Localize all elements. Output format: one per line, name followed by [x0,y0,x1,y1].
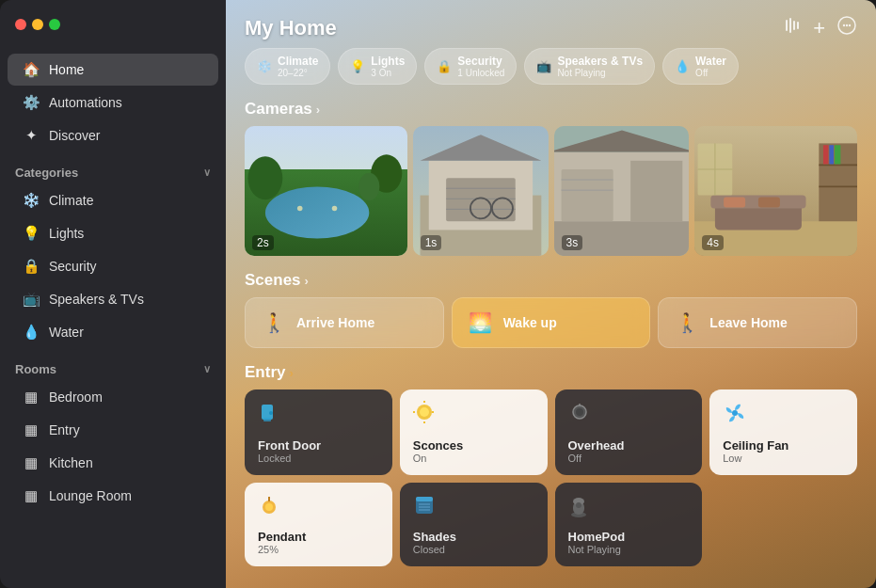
sconces-label: Sconces [413,438,534,453]
lights-pill-value: 3 On [371,68,405,78]
shades-label: Shades [413,530,534,544]
titlebar [0,0,226,49]
sidebar-item-water[interactable]: 💧 Water [8,316,218,348]
svg-point-7 [849,24,851,26]
svg-rect-40 [830,145,835,164]
status-pill-security[interactable]: 🔒 Security 1 Unlocked [424,48,517,85]
entry-card-front-door[interactable]: Front Door Locked [245,389,392,475]
sidebar-item-automations[interactable]: ⚙️ Automations [8,87,218,119]
close-button[interactable] [15,19,26,30]
scene-leave-home[interactable]: 🚶 Leave Home [658,297,857,348]
sidebar-item-water-label: Water [49,325,84,340]
scene-arrive-home[interactable]: 🚶 Arrive Home [245,297,444,348]
status-pill-water[interactable]: 💧 Water Off [662,48,739,85]
camera-feed-indoor[interactable]: 4s [694,126,857,256]
cameras-section-header[interactable]: Cameras › [226,96,876,126]
sidebar-item-kitchen[interactable]: ▦ Kitchen [8,447,218,479]
cameras-label: Cameras [245,100,312,119]
ceiling-fan-icon [723,401,844,431]
svg-point-63 [265,503,273,511]
svg-rect-0 [786,20,788,31]
svg-point-14 [297,206,303,212]
sidebar-item-lounge-room[interactable]: ▦ Lounge Room [8,480,218,512]
sidebar-item-automations-label: Automations [49,95,122,110]
svg-rect-39 [823,145,829,164]
speakers-status-icon: 📺 [536,59,551,73]
sidebar-item-discover[interactable]: ✦ Discover [8,119,218,151]
pendant-label: Pendant [258,530,379,544]
entry-card-pendant[interactable]: Pendant 25% [245,483,392,566]
status-pill-speakers[interactable]: 📺 Speakers & TVs Not Playing [524,48,655,85]
svg-rect-3 [797,22,799,29]
camera-feed-exterior2[interactable]: 3s [554,126,690,256]
main-content: My Home + [226,0,876,588]
siri-button[interactable] [783,16,802,40]
main-content-area: My Home + [226,0,876,588]
sconces-value: On [413,453,534,464]
camera-garage-label: 1s [421,235,442,250]
sidebar-item-security[interactable]: 🔒 Security [8,250,218,282]
entry-card-ceiling-fan[interactable]: Ceiling Fan Low [709,389,857,475]
leave-home-icon: 🚶 [674,311,700,334]
cameras-grid: 2s [226,126,876,267]
sidebar-item-entry-label: Entry [49,422,80,437]
speakers-pill-value: Not Playing [557,68,643,78]
page-title: My Home [245,16,337,40]
sidebar-item-bedroom-label: Bedroom [49,389,103,405]
climate-status-icon: ❄️ [257,59,272,73]
sidebar-item-home[interactable]: 🏠 Home [8,54,218,86]
entry-card-shades[interactable]: Shades Closed [400,483,548,566]
entry-section-header[interactable]: Entry › [226,359,876,389]
sidebar-item-lounge-room-label: Lounge Room [49,488,132,503]
rooms-label: Rooms [15,362,56,376]
arrive-home-label: Arrive Home [296,315,374,330]
sidebar-item-lights[interactable]: 💡 Lights [8,217,218,249]
sidebar-item-climate[interactable]: ❄️ Climate [8,184,218,216]
minimize-button[interactable] [32,19,43,30]
more-button[interactable] [836,15,857,40]
categories-chevron-icon: ∨ [203,167,211,179]
sconces-icon [413,401,534,429]
svg-point-59 [576,408,583,416]
add-button[interactable]: + [813,16,825,40]
sidebar-item-discover-label: Discover [49,128,100,143]
sidebar-item-kitchen-label: Kitchen [49,455,93,470]
camera-feed-garage[interactable]: 1s [413,126,549,256]
scene-wake-up[interactable]: 🌅 Wake up [452,297,651,348]
status-pill-climate[interactable]: ❄️ Climate 20–22° [245,48,330,85]
svg-point-53 [420,407,429,417]
svg-point-5 [843,24,845,26]
sidebar-navigation: 🏠 Home ⚙️ Automations ✦ Discover Categor… [0,49,226,588]
scenes-grid: 🚶 Arrive Home 🌅 Wake up 🚶 Leave Home [226,297,876,359]
rooms-section-header[interactable]: Rooms ∨ [0,349,226,380]
security-pill-name: Security [457,55,504,68]
camera-feed-pool[interactable]: 2s [245,126,407,256]
lounge-room-icon: ▦ [23,487,40,504]
arrive-home-icon: 🚶 [261,311,287,334]
status-pill-lights[interactable]: 💡 Lights 3 On [338,48,417,85]
status-pills: ❄️ Climate 20–22° 💡 Lights 3 On 🔒 [226,48,876,96]
automations-icon: ⚙️ [23,94,40,111]
entry-card-sconces[interactable]: Sconces On [400,389,548,475]
front-door-value: Locked [258,453,379,464]
zoom-button[interactable] [49,19,60,30]
entry-section-label: Entry [245,363,285,382]
svg-point-50 [269,411,273,415]
sidebar-item-speakers-tvs[interactable]: 📺 Speakers & TVs [8,283,218,315]
front-door-label: Front Door [258,438,379,453]
sidebar-item-bedroom[interactable]: ▦ Bedroom [8,381,218,413]
speakers-pill-name: Speakers & TVs [557,55,643,68]
entry-card-overhead[interactable]: Overhead Off [555,389,703,475]
sidebar-item-security-label: Security [49,259,97,274]
categories-section-header[interactable]: Categories ∨ [0,152,226,183]
rooms-chevron-icon: ∨ [203,363,211,375]
homepod-value: Not Playing [568,544,690,555]
entry-card-homepod[interactable]: HomePod Not Playing [555,483,703,566]
overhead-value: Off [568,453,690,464]
scenes-section-header[interactable]: Scenes › [226,267,876,297]
sidebar-item-entry[interactable]: ▦ Entry [8,414,218,446]
pendant-icon [258,494,379,522]
svg-point-61 [732,410,738,416]
svg-point-73 [576,502,581,508]
svg-rect-41 [835,145,840,164]
